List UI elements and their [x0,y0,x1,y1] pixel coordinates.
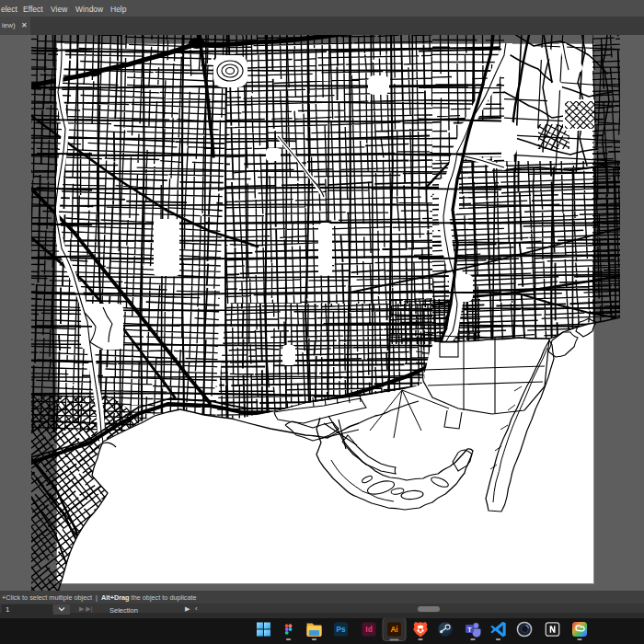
svg-text:T: T [467,627,472,633]
svg-text:Ps: Ps [336,626,345,634]
svg-text:Id: Id [365,626,372,634]
svg-text:Ai: Ai [390,626,397,634]
